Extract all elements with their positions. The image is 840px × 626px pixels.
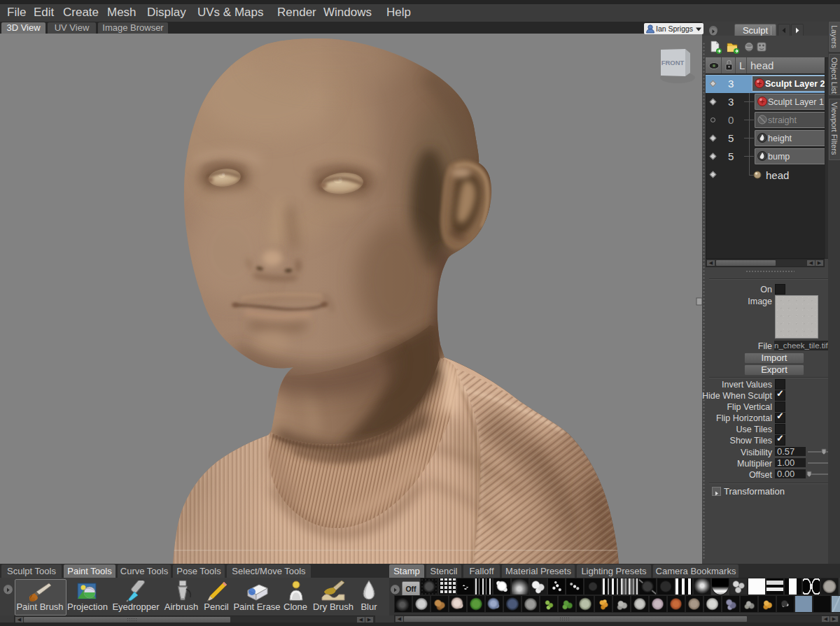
svg-text:Ian Spriggs: Ian Spriggs [656, 24, 693, 33]
svg-text:FRONT: FRONT [662, 59, 685, 66]
